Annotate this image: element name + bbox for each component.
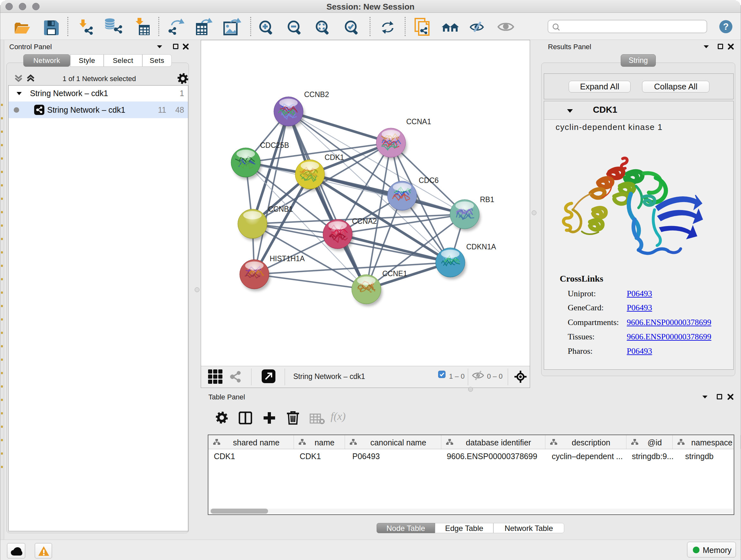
svg-text:HIST1H1A: HIST1H1A [270, 254, 305, 263]
svg-text:CCNA1: CCNA1 [406, 118, 431, 126]
svg-text:CDKN1A: CDKN1A [466, 243, 496, 251]
svg-text:CCNA2: CCNA2 [352, 217, 377, 226]
svg-text:CCNB1: CCNB1 [268, 205, 293, 213]
svg-text:CCNE1: CCNE1 [382, 269, 407, 278]
svg-text:CDC25B: CDC25B [260, 141, 289, 149]
svg-text:RB1: RB1 [480, 195, 494, 204]
svg-text:CDK1: CDK1 [325, 153, 344, 162]
svg-text:CDC6: CDC6 [419, 176, 439, 185]
svg-text:CCNB2: CCNB2 [304, 90, 329, 99]
